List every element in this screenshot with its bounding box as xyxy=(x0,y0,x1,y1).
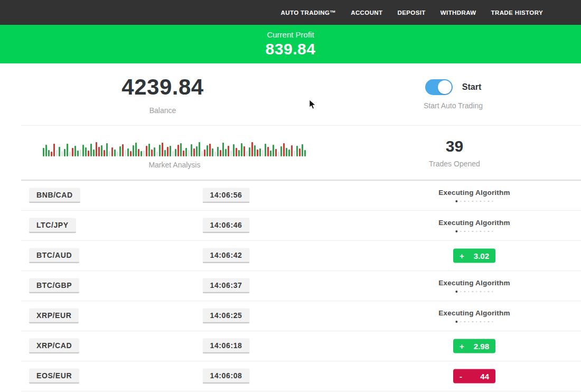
candle-bar xyxy=(85,147,87,156)
progress-dot xyxy=(492,291,493,293)
progress-dot xyxy=(488,291,490,293)
time-badge[interactable]: 14:06:18 xyxy=(203,339,250,354)
progress-dot xyxy=(476,291,477,293)
progress-dot xyxy=(455,321,457,323)
trade-row: EOS/EUR14:06:08-44 xyxy=(21,361,581,391)
candle-bar xyxy=(135,143,137,156)
nav-item[interactable]: ACCOUNT xyxy=(351,10,382,16)
candle-bar xyxy=(101,145,102,156)
candle-bar xyxy=(82,145,84,156)
progress-dot xyxy=(472,321,474,323)
candle-bar xyxy=(283,143,285,156)
candle-bar xyxy=(80,150,81,156)
progress-dot xyxy=(455,200,457,202)
trade-status: Executing Algorithm xyxy=(438,189,510,202)
candle-bar xyxy=(51,152,52,156)
trade-status: +2.98 xyxy=(453,339,495,353)
auto-trading-block: Start Start Auto Trading xyxy=(325,63,581,125)
progress-dot xyxy=(468,231,470,232)
current-profit-banner: Current Profit 839.84 xyxy=(0,25,581,63)
result-value: 2.98 xyxy=(474,342,489,351)
pair-badge[interactable]: BTC/GBP xyxy=(29,278,79,294)
candle-bar xyxy=(61,151,63,156)
progress-dot xyxy=(492,231,493,232)
progress-dot xyxy=(455,291,457,293)
candle-bar xyxy=(238,150,240,156)
stats-row-balance: 4239.84 Balance Start Start Auto Trading xyxy=(0,63,581,125)
candle-bar xyxy=(262,150,264,156)
time-badge[interactable]: 14:06:37 xyxy=(203,278,250,294)
nav-item[interactable]: DEPOSIT xyxy=(398,10,426,16)
progress-dot xyxy=(460,231,462,232)
candle-bar xyxy=(177,145,179,156)
candle-bar xyxy=(280,146,282,156)
candle-bar xyxy=(230,151,232,156)
candle-bar xyxy=(140,151,142,156)
toggle-knob xyxy=(438,80,452,94)
progress-dot xyxy=(484,291,485,293)
candle-bar xyxy=(209,144,211,156)
candle-bar xyxy=(249,147,250,156)
candle-bar xyxy=(299,148,301,156)
candle-bar xyxy=(77,151,79,156)
candle-bar xyxy=(183,151,184,156)
nav-item[interactable]: AUTO TRADING™ xyxy=(281,10,336,16)
candle-bar xyxy=(304,150,306,156)
progress-dot xyxy=(472,291,474,293)
candle-bar xyxy=(288,150,290,156)
candle-bar xyxy=(302,144,303,156)
nav-menu: AUTO TRADING™ACCOUNTDEPOSITWITHDRAWTRADE… xyxy=(281,10,543,16)
candle-bar xyxy=(109,151,110,156)
progress-dot xyxy=(468,321,470,323)
result-value: 44 xyxy=(480,372,489,381)
trade-status: -44 xyxy=(453,369,495,384)
candle-bar xyxy=(212,148,213,156)
candle-bar xyxy=(72,148,73,156)
candle-bar xyxy=(196,146,198,156)
candle-bar xyxy=(148,144,150,156)
pair-badge[interactable]: BNB/CAD xyxy=(29,188,80,203)
candle-bar xyxy=(122,144,124,156)
result-value: 3.02 xyxy=(474,251,489,260)
stats-row-market: Market Analysis 39 Trades Opened xyxy=(21,125,581,180)
executing-label: Executing Algorithm xyxy=(438,189,510,197)
progress-dot xyxy=(484,231,485,232)
candle-bar xyxy=(275,149,277,156)
time-badge[interactable]: 14:06:42 xyxy=(203,248,250,264)
market-analysis-chart xyxy=(43,136,306,156)
nav-item[interactable]: WITHDRAW xyxy=(441,10,476,16)
pair-badge[interactable]: LTC/JPY xyxy=(29,218,76,234)
progress-dots xyxy=(438,200,510,202)
candle-bar xyxy=(241,143,242,156)
auto-trading-toggle-wrap: Start xyxy=(425,79,481,95)
market-analysis-block: Market Analysis xyxy=(21,126,328,180)
pair-badge[interactable]: BTC/AUD xyxy=(29,248,79,264)
trades-list: BNB/CAD14:06:56Executing AlgorithmLTC/JP… xyxy=(21,180,581,391)
pair-badge[interactable]: EOS/EUR xyxy=(29,369,79,384)
balance-label: Balance xyxy=(149,106,176,115)
market-analysis-label: Market Analysis xyxy=(148,161,200,169)
candle-bar xyxy=(143,151,145,156)
auto-trading-toggle[interactable] xyxy=(425,79,453,95)
candle-bar xyxy=(56,150,58,156)
candle-bar xyxy=(265,144,266,156)
progress-dot xyxy=(464,321,466,323)
progress-dot xyxy=(464,291,466,293)
progress-dots xyxy=(438,230,510,232)
candle-bar xyxy=(127,148,129,156)
progress-dot xyxy=(492,201,493,202)
pair-badge[interactable]: XRP/EUR xyxy=(29,309,79,324)
pair-badge[interactable]: XRP/CAD xyxy=(29,339,79,354)
time-badge[interactable]: 14:06:46 xyxy=(203,218,250,234)
time-badge[interactable]: 14:06:25 xyxy=(203,309,250,324)
candle-bar xyxy=(225,149,227,156)
nav-item[interactable]: TRADE HISTORY xyxy=(491,10,543,16)
time-badge[interactable]: 14:06:56 xyxy=(203,188,250,203)
time-badge[interactable]: 14:06:08 xyxy=(203,369,250,384)
candle-bar xyxy=(93,150,95,156)
candle-bar xyxy=(59,147,60,156)
top-nav: AUTO TRADING™ACCOUNTDEPOSITWITHDRAWTRADE… xyxy=(0,0,581,25)
loss-badge: -44 xyxy=(453,369,495,384)
progress-dot xyxy=(472,201,474,202)
candle-bar xyxy=(43,148,44,156)
